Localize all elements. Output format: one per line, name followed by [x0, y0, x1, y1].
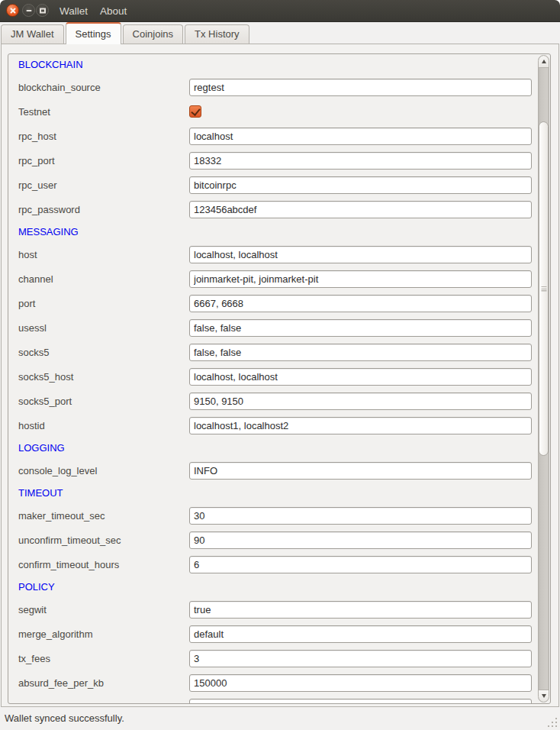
field-row-socks5-host: socks5_host — [8, 364, 538, 389]
input-tx-fees[interactable] — [189, 650, 532, 667]
field-row-testnet: Testnet — [8, 99, 538, 124]
field-row-channel: channel — [8, 266, 538, 291]
field-row-rpc-port: rpc_port — [8, 148, 538, 173]
input-rpc-password[interactable] — [189, 201, 532, 218]
field-row-blockchain-source: blockchain_source — [8, 75, 538, 99]
field-row-maker-timeout-sec: maker_timeout_sec — [8, 503, 538, 528]
section-header-logging: LOGGING — [8, 438, 538, 458]
input-unconfirm-timeout-sec[interactable] — [189, 531, 532, 549]
input-socks5-port[interactable] — [189, 392, 532, 410]
field-row-rpc-password: rpc_password — [8, 197, 538, 221]
scrollbar-thumb[interactable] — [539, 121, 549, 456]
scrollbar-up-button[interactable] — [539, 56, 549, 68]
field-label-host: host — [18, 249, 189, 260]
testnet-checkbox[interactable] — [189, 105, 201, 118]
maximize-icon — [40, 8, 46, 13]
field-label-testnet: Testnet — [18, 106, 189, 118]
field-label-rpc-port: rpc_port — [18, 155, 189, 166]
input-rpc-host[interactable] — [189, 128, 532, 145]
field-label-rpc-password: rpc_password — [18, 204, 189, 215]
input-port[interactable] — [189, 295, 532, 312]
status-text: Wallet synced successfully. — [5, 712, 124, 724]
field-row-usessl: usessl — [8, 315, 538, 340]
tab-tx-history[interactable]: Tx History — [185, 24, 249, 44]
tab-settings[interactable]: Settings — [66, 22, 121, 44]
field-label-socks5-host: socks5_host — [18, 371, 189, 383]
tab-coinjoins[interactable]: Coinjoins — [123, 24, 183, 44]
field-row-rpc-user: rpc_user — [8, 173, 538, 197]
input-partial[interactable] — [189, 699, 532, 704]
input-hostid[interactable] — [189, 417, 532, 434]
section-header-blockchain: BLOCKCHAIN — [8, 54, 538, 75]
field-label-rpc-host: rpc_host — [18, 131, 189, 142]
arrow-up-icon — [542, 60, 546, 63]
section-header-timeout: TIMEOUT — [8, 483, 538, 503]
menu-item-about[interactable]: About — [100, 0, 127, 22]
field-label-blockchain-source: blockchain_source — [18, 82, 189, 93]
input-absurd-fee-per-kb[interactable] — [189, 674, 532, 692]
menu-item-wallet[interactable]: Wallet — [60, 0, 88, 22]
field-label-merge-algorithm: merge_algorithm — [18, 628, 189, 640]
input-console-log-level[interactable] — [189, 462, 532, 480]
checkmark-icon — [191, 106, 200, 116]
input-rpc-port[interactable] — [189, 152, 532, 170]
tab-jm-wallet[interactable]: JM Wallet — [1, 24, 64, 44]
settings-pane: BLOCKCHAINblockchain_sourceTestnetrpc_ho… — [1, 44, 559, 707]
input-merge-algorithm[interactable] — [189, 625, 532, 643]
input-channel[interactable] — [189, 270, 532, 288]
input-blockchain-source[interactable] — [189, 79, 532, 96]
input-host[interactable] — [189, 246, 532, 263]
field-row-confirm-timeout-hours: confirm_timeout_hours — [8, 552, 538, 577]
resize-grip[interactable] — [546, 716, 558, 728]
titlebar: Wallet About — [0, 0, 560, 22]
field-label-absurd-fee-per-kb: absurd_fee_per_kb — [18, 677, 189, 689]
section-header-policy: POLICY — [8, 577, 538, 597]
statusbar: Wallet synced successfully. — [0, 707, 560, 730]
input-maker-timeout-sec[interactable] — [189, 507, 532, 525]
field-row-socks5-port: socks5_port — [8, 389, 538, 413]
field-row-tx-fees: tx_fees — [8, 646, 538, 670]
scrollbar-down-button[interactable] — [539, 690, 549, 702]
field-row-field — [8, 695, 538, 703]
field-row-port: port — [8, 291, 538, 315]
field-label-unconfirm-timeout-sec: unconfirm_timeout_sec — [18, 535, 189, 546]
field-label-socks5: socks5 — [18, 347, 189, 358]
field-label-maker-timeout-sec: maker_timeout_sec — [18, 510, 189, 522]
field-label-hostid: hostid — [18, 420, 189, 431]
minimize-icon — [26, 10, 31, 11]
input-usessl[interactable] — [189, 319, 532, 337]
close-icon — [7, 5, 18, 16]
field-label-port: port — [18, 298, 189, 309]
settings-scroll-area: BLOCKCHAINblockchain_sourceTestnetrpc_ho… — [8, 53, 551, 704]
app-window: Wallet About JM WalletSettingsCoinjoinsT… — [0, 0, 560, 730]
vertical-scrollbar[interactable] — [538, 55, 549, 703]
field-label-confirm-timeout-hours: confirm_timeout_hours — [18, 559, 189, 570]
field-label-tx-fees: tx_fees — [18, 653, 189, 664]
field-label-channel: channel — [18, 273, 189, 285]
field-row-hostid: hostid — [8, 413, 538, 438]
field-label-rpc-user: rpc_user — [18, 179, 189, 191]
field-row-socks5: socks5 — [8, 340, 538, 364]
section-header-messaging: MESSAGING — [8, 221, 538, 242]
field-row-host: host — [8, 242, 538, 266]
window-minimize-button[interactable] — [22, 4, 35, 17]
input-socks5-host[interactable] — [189, 368, 532, 386]
arrow-down-icon — [542, 694, 546, 698]
tab-bar: JM WalletSettingsCoinjoinsTx History — [0, 22, 560, 44]
input-confirm-timeout-hours[interactable] — [189, 556, 532, 573]
field-row-absurd-fee-per-kb: absurd_fee_per_kb — [8, 670, 538, 695]
window-close-button[interactable] — [6, 4, 19, 17]
field-label-usessl: usessl — [18, 322, 189, 334]
field-label-console-log-level: console_log_level — [18, 465, 189, 476]
field-row-segwit: segwit — [8, 597, 538, 622]
field-label-socks5-port: socks5_port — [18, 396, 189, 407]
input-segwit[interactable] — [189, 601, 532, 619]
window-maximize-button[interactable] — [36, 4, 49, 17]
field-row-console-log-level: console_log_level — [8, 458, 538, 483]
input-socks5[interactable] — [189, 344, 532, 361]
scrollbar-grip-icon — [541, 286, 546, 292]
field-label-segwit: segwit — [18, 604, 189, 615]
input-rpc-user[interactable] — [189, 176, 532, 194]
resize-grip-icon — [555, 725, 557, 727]
settings-form: BLOCKCHAINblockchain_sourceTestnetrpc_ho… — [8, 54, 538, 703]
